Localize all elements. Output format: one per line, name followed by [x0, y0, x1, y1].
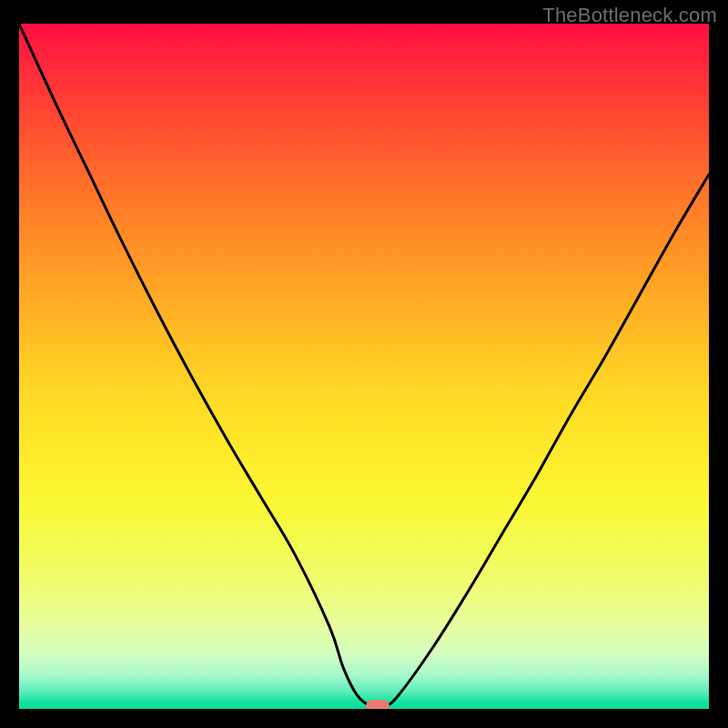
bottleneck-curve — [19, 24, 709, 709]
plot-area — [19, 24, 709, 709]
optimum-marker — [366, 700, 389, 709]
chart-frame: TheBottleneck.com — [0, 0, 728, 728]
watermark-text: TheBottleneck.com — [542, 4, 717, 27]
curve-path — [19, 24, 709, 708]
